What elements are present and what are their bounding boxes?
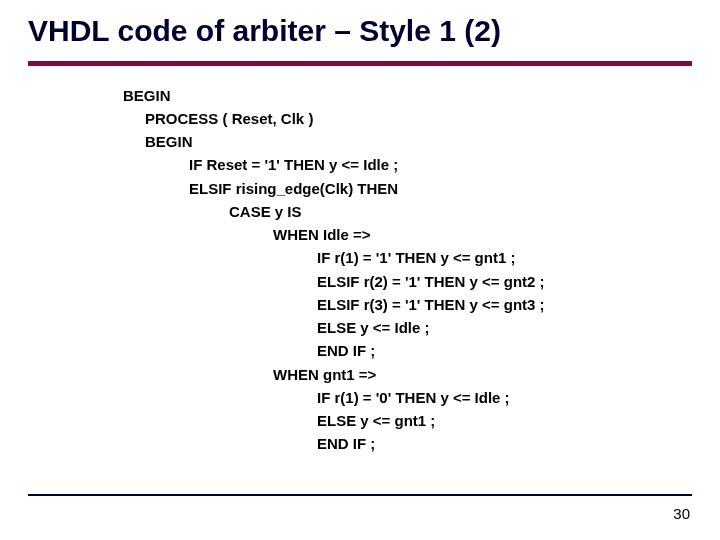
code-line: IF r(1) = '1' THEN y <= gnt1 ; [123, 246, 692, 269]
slide-title: VHDL code of arbiter – Style 1 (2) [28, 14, 692, 59]
code-line: ELSE y <= Idle ; [123, 316, 692, 339]
code-line: ELSE y <= gnt1 ; [123, 409, 692, 432]
code-line: PROCESS ( Reset, Clk ) [123, 107, 692, 130]
code-line: ELSIF r(3) = '1' THEN y <= gnt3 ; [123, 293, 692, 316]
page-number: 30 [673, 505, 690, 522]
footer-rule [28, 494, 692, 496]
code-line: END IF ; [123, 432, 692, 455]
code-line: BEGIN [123, 130, 692, 153]
code-line: CASE y IS [123, 200, 692, 223]
code-block: BEGIN PROCESS ( Reset, Clk ) BEGIN IF Re… [28, 66, 692, 456]
code-line: BEGIN [123, 84, 692, 107]
code-line: WHEN Idle => [123, 223, 692, 246]
code-line: ELSIF rising_edge(Clk) THEN [123, 177, 692, 200]
code-line: IF r(1) = '0' THEN y <= Idle ; [123, 386, 692, 409]
slide: VHDL code of arbiter – Style 1 (2) BEGIN… [0, 0, 720, 540]
code-line: END IF ; [123, 339, 692, 362]
code-line: ELSIF r(2) = '1' THEN y <= gnt2 ; [123, 270, 692, 293]
code-line: WHEN gnt1 => [123, 363, 692, 386]
code-line: IF Reset = '1' THEN y <= Idle ; [123, 153, 692, 176]
